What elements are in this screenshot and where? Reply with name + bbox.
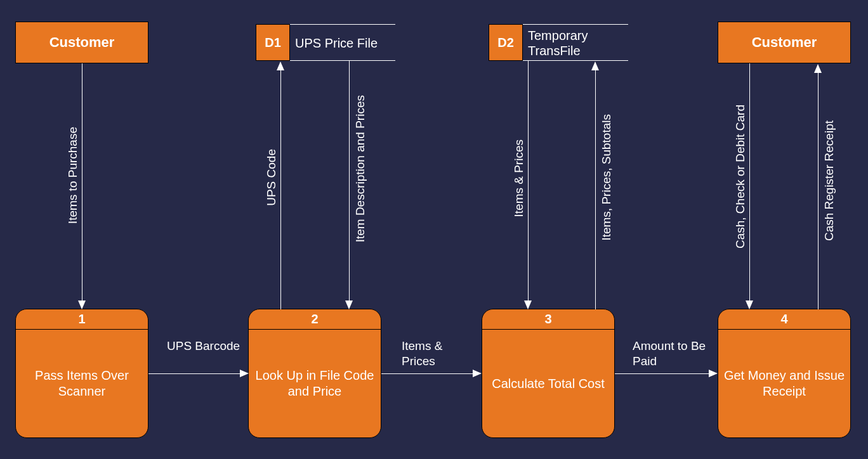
process-num: 4	[718, 309, 850, 330]
datastore-label: UPS Price File	[290, 24, 395, 61]
flow-line	[749, 63, 750, 301]
entity-customer-left: Customer	[15, 22, 148, 63]
flow-label: Item Description and Prices	[353, 95, 368, 242]
arrow-up-icon	[814, 64, 822, 73]
flow-line	[148, 373, 240, 374]
datastore-label: Temporary TransFile	[523, 24, 628, 61]
flow-line	[82, 63, 82, 301]
arrow-right-icon	[709, 370, 718, 377]
process-4: 4 Get Money and Issue Receipt	[718, 309, 851, 438]
flow-label: Items to Purchase	[65, 127, 81, 224]
flow-line	[818, 72, 819, 309]
entity-customer-right: Customer	[718, 22, 851, 63]
process-num: 3	[482, 309, 614, 330]
flow-label: Cash, Check or Debit Card	[733, 105, 748, 249]
process-num: 1	[16, 309, 148, 330]
flow-label: UPS Code	[264, 149, 279, 206]
process-label: Pass Items Over Scanner	[16, 330, 148, 437]
flow-line	[280, 70, 281, 309]
flow-line	[615, 373, 709, 374]
arrow-down-icon	[345, 301, 353, 309]
flow-line	[349, 61, 350, 301]
flow-label: Cash Register Receipt	[822, 120, 837, 241]
entity-label: Customer	[49, 34, 115, 51]
process-3: 3 Calculate Total Cost	[482, 309, 615, 438]
datastore-num: D1	[256, 24, 290, 61]
flow-label: UPS Barcode	[167, 339, 243, 354]
process-label: Look Up in File Code and Price	[249, 330, 381, 437]
flow-line	[381, 373, 473, 374]
arrow-right-icon	[240, 370, 249, 377]
datastore-d2: D2 Temporary TransFile	[489, 24, 628, 61]
datastore-num: D2	[489, 24, 523, 61]
flow-line	[528, 61, 529, 301]
datastore-d1: D1 UPS Price File	[256, 24, 395, 61]
process-1: 1 Pass Items Over Scanner	[15, 309, 148, 438]
arrow-down-icon	[78, 301, 86, 309]
flow-label: Items, Prices, Subtotals	[599, 114, 614, 241]
arrow-down-icon	[746, 301, 753, 309]
arrow-up-icon	[277, 61, 284, 70]
flow-label: Amount to Be Paid	[633, 339, 715, 369]
flow-line	[595, 70, 596, 309]
arrow-up-icon	[591, 61, 599, 70]
arrow-right-icon	[473, 370, 482, 377]
process-label: Calculate Total Cost	[482, 330, 614, 437]
process-2: 2 Look Up in File Code and Price	[248, 309, 381, 438]
arrow-down-icon	[524, 301, 532, 309]
process-num: 2	[249, 309, 381, 330]
process-label: Get Money and Issue Receipt	[718, 330, 850, 437]
entity-label: Customer	[752, 34, 817, 51]
flow-label: Items & Prices	[402, 339, 471, 369]
flow-label: Items & Prices	[511, 139, 527, 217]
